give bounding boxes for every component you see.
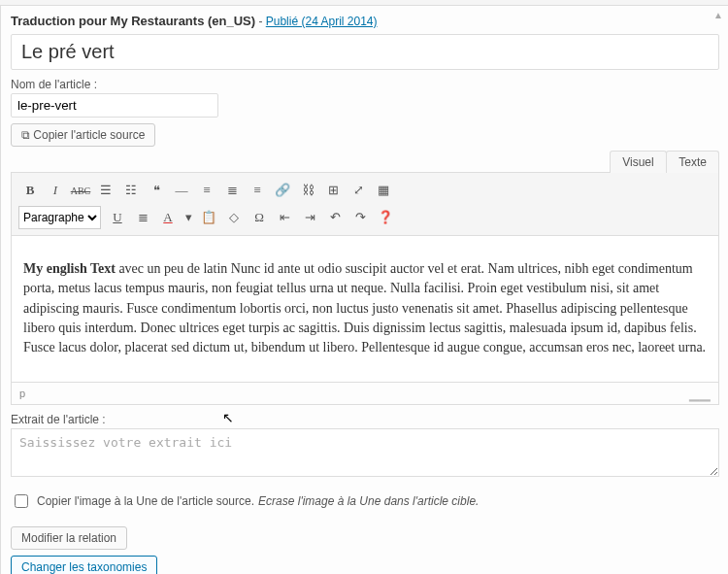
justify-icon[interactable]: ≣ [131,206,154,229]
body-rest: avec un peu de latin Nunc id ante ut odi… [23,261,706,355]
modify-relation-button[interactable]: Modifier la relation [11,526,127,550]
italic-icon[interactable]: I [44,179,67,202]
element-path: p [19,388,25,399]
copy-featured-hint: Ecrase l'image à la Une dans l'article c… [258,494,479,508]
title-input[interactable] [11,34,719,70]
body-lead: My english Text [23,261,116,276]
format-select[interactable]: Paragraphe [18,206,101,229]
strike-icon[interactable]: ABC [69,179,92,202]
quote-icon[interactable]: ❝ [145,179,168,202]
clear-icon[interactable]: ◇ [222,206,246,229]
translation-panel: Traduction pour My Restaurants (en_US) -… [0,5,728,574]
fullscreen-icon[interactable]: ⤢ [347,179,370,202]
underline-icon[interactable]: U [106,206,129,229]
undo-icon[interactable]: ↶ [323,206,347,229]
slug-label: Nom de l'article : [11,78,719,91]
pastetext-icon[interactable]: 📋 [197,206,220,229]
copy-featured-label: Copier l'image à la Une de l'article sou… [37,494,254,508]
slug-input[interactable] [11,93,218,118]
excerpt-textarea[interactable] [11,428,719,477]
numlist-icon[interactable]: ☷ [119,179,143,202]
unlink-icon[interactable]: ⛓ [296,179,319,202]
editor-body[interactable]: My english Text avec un peu de latin Nun… [11,236,719,383]
help-icon[interactable]: ❓ [374,206,397,229]
bullets-icon[interactable]: ☰ [94,179,117,202]
tab-text[interactable]: Texte [666,151,719,173]
copy-source-button[interactable]: ⧉ Copier l'article source [11,123,155,147]
panel-title: Traduction pour My Restaurants (en_US) [11,14,255,28]
textcolor-drop-icon[interactable]: ▾ [182,206,195,229]
outdent-icon[interactable]: ⇤ [273,206,296,229]
textcolor-icon[interactable]: A [156,206,180,229]
excerpt-label: Extrait de l'article : [11,413,719,426]
panel-header: Traduction pour My Restaurants (en_US) -… [11,14,719,28]
bold-icon[interactable]: B [18,179,42,202]
link-icon[interactable]: 🔗 [271,179,294,202]
toolbar-toggle-icon[interactable]: ▦ [372,179,395,202]
collapse-icon[interactable]: ▲ [713,10,723,20]
path-bar: p ▁▁ [11,383,719,405]
more-icon[interactable]: ⊞ [321,179,345,202]
tab-visual[interactable]: Visuel [610,151,666,173]
align-center-icon[interactable]: ≣ [220,179,244,202]
charmap-icon[interactable]: Ω [248,206,271,229]
indent-icon[interactable]: ⇥ [298,206,321,229]
editor: Visuel Texte B I ABC ☰ ☷ ❝ — ≡ ≣ ≡ 🔗 ⛓ ⊞… [11,151,719,405]
change-taxonomies-button[interactable]: Changer les taxonomies [11,556,157,574]
copy-icon: ⧉ [21,128,30,142]
editor-toolbar: B I ABC ☰ ☷ ❝ — ≡ ≣ ≡ 🔗 ⛓ ⊞ ⤢ ▦ Paragrap… [11,172,719,236]
align-left-icon[interactable]: ≡ [195,179,218,202]
redo-icon[interactable]: ↷ [348,206,372,229]
hr-icon[interactable]: — [170,179,193,202]
panel-sep: - [255,15,266,28]
align-right-icon[interactable]: ≡ [246,179,269,202]
panel-publish-link[interactable]: Publié (24 April 2014) [266,15,378,28]
resize-handle-icon[interactable]: ▁▁ [689,386,711,401]
copy-featured-checkbox[interactable] [15,494,28,508]
